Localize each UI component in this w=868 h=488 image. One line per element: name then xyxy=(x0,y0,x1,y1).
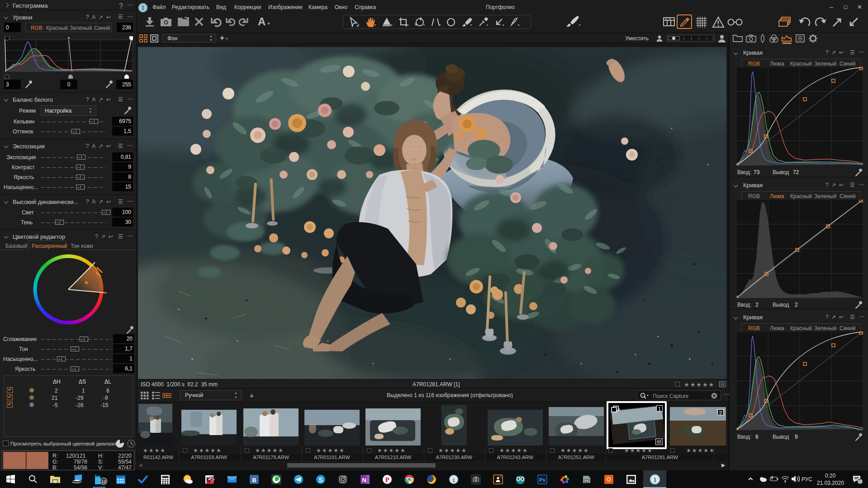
svg-text:S: S xyxy=(318,476,323,483)
svg-text:P: P xyxy=(385,476,389,483)
svg-text:B: B xyxy=(252,477,256,483)
svg-text:12: 12 xyxy=(101,479,106,484)
svg-text:N: N xyxy=(362,477,366,483)
svg-text:1: 1 xyxy=(142,5,145,11)
svg-text:1: 1 xyxy=(452,477,455,483)
svg-text:20: 20 xyxy=(858,479,863,484)
svg-text:1: 1 xyxy=(654,477,657,483)
svg-text:FD: FD xyxy=(585,479,589,483)
svg-text:Ps: Ps xyxy=(539,477,545,483)
